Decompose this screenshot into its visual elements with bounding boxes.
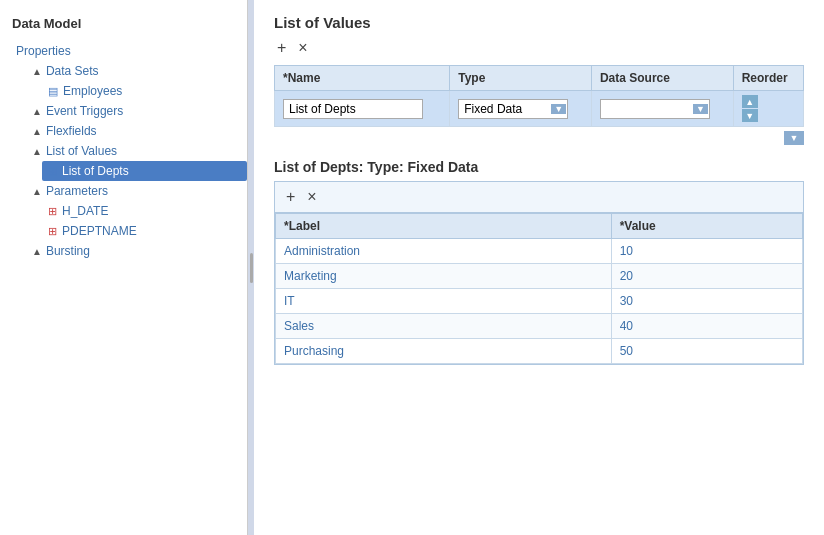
- sidebar-item-flexfields[interactable]: ▲ Flexfields: [26, 121, 247, 141]
- inner-toolbar: + ×: [275, 182, 803, 213]
- value-cell: 20: [611, 264, 802, 289]
- fixed-data-table: *Label *Value Administration10Marketing2…: [275, 213, 803, 364]
- scroll-area: ▼: [254, 127, 824, 149]
- col-type: Type: [450, 66, 592, 91]
- label-cell: IT: [276, 289, 612, 314]
- fixed-data-section-title: List of Depts: Type: Fixed Data: [254, 149, 824, 181]
- value-cell: 10: [611, 239, 802, 264]
- label-cell: Sales: [276, 314, 612, 339]
- sidebar-title: Data Model: [0, 10, 247, 41]
- table-row: Marketing20: [276, 264, 803, 289]
- sidebar-item-employees[interactable]: ▤ Employees: [42, 81, 247, 101]
- reorder-buttons: ▲ ▼: [742, 95, 795, 122]
- col-name: *Name: [275, 66, 450, 91]
- pdeptname-label: PDEPTNAME: [62, 224, 137, 238]
- reorder-up-button[interactable]: ▲: [742, 95, 758, 108]
- table-row: Sales40: [276, 314, 803, 339]
- col-value: *Value: [611, 214, 802, 239]
- value-cell: 30: [611, 289, 802, 314]
- label-cell: Purchasing: [276, 339, 612, 364]
- lov-type-cell: Fixed Data SQL Query HTTP Feed ▼: [450, 91, 592, 127]
- ds-select-wrapper: ▼: [600, 99, 710, 119]
- arrow-icon-params: ▲: [32, 186, 42, 197]
- label-cell: Administration: [276, 239, 612, 264]
- table-row: Fixed Data SQL Query HTTP Feed ▼ ▼: [275, 91, 804, 127]
- fixed-data-container: + × *Label *Value Administration10Market…: [274, 181, 804, 365]
- properties-label: Properties: [16, 44, 71, 58]
- arrow-icon-et: ▲: [32, 106, 42, 117]
- sidebar-item-list-of-depts[interactable]: ⊞ List of Depts: [42, 161, 247, 181]
- param-icon-hdate: ⊞: [48, 205, 57, 218]
- scroll-button[interactable]: ▼: [784, 131, 804, 145]
- lov-icon: ⊞: [48, 165, 57, 178]
- h-date-label: H_DATE: [62, 204, 108, 218]
- lov-datasource-cell: ▼: [591, 91, 733, 127]
- sidebar-item-h-date[interactable]: ⊞ H_DATE: [42, 201, 247, 221]
- sidebar-item-list-of-values[interactable]: ▲ List of Values: [26, 141, 247, 161]
- value-cell: 40: [611, 314, 802, 339]
- event-triggers-label: Event Triggers: [46, 104, 123, 118]
- arrow-icon-bursting: ▲: [32, 246, 42, 257]
- col-reorder: Reorder: [733, 66, 803, 91]
- value-cell: 50: [611, 339, 802, 364]
- bursting-label: Bursting: [46, 244, 90, 258]
- sidebar-item-parameters[interactable]: ▲ Parameters: [26, 181, 247, 201]
- flexfields-label: Flexfields: [46, 124, 97, 138]
- type-select[interactable]: Fixed Data SQL Query HTTP Feed: [458, 99, 568, 119]
- datasource-select[interactable]: [600, 99, 710, 119]
- remove-row-button[interactable]: ×: [304, 188, 319, 206]
- lov-name-cell: [275, 91, 450, 127]
- remove-lov-button[interactable]: ×: [295, 39, 310, 57]
- sidebar: Data Model Properties ▲ Data Sets ▤ Empl…: [0, 0, 248, 535]
- col-datasource: Data Source: [591, 66, 733, 91]
- parameters-label: Parameters: [46, 184, 108, 198]
- arrow-icon: ▲: [32, 66, 42, 77]
- data-sets-label: Data Sets: [46, 64, 99, 78]
- sidebar-item-data-sets[interactable]: ▲ Data Sets: [26, 61, 247, 81]
- main-content: List of Values + × *Name Type Data Sourc…: [254, 0, 824, 535]
- lov-reorder-cell: ▲ ▼: [733, 91, 803, 127]
- lov-name-input[interactable]: [283, 99, 423, 119]
- table-row: Administration10: [276, 239, 803, 264]
- lov-section-title: List of Values: [254, 0, 824, 39]
- list-of-depts-label: List of Depts: [62, 164, 129, 178]
- employees-label: Employees: [63, 84, 122, 98]
- db-icon: ▤: [48, 85, 58, 98]
- splitter-handle: [250, 253, 253, 283]
- lov-toolbar: + ×: [254, 39, 824, 65]
- sidebar-properties[interactable]: Properties: [10, 41, 247, 61]
- label-cell: Marketing: [276, 264, 612, 289]
- arrow-icon-lov: ▲: [32, 146, 42, 157]
- add-lov-button[interactable]: +: [274, 39, 289, 57]
- sidebar-item-event-triggers[interactable]: ▲ Event Triggers: [26, 101, 247, 121]
- lov-table: *Name Type Data Source Reorder Fixed Dat…: [274, 65, 804, 127]
- param-icon-pdept: ⊞: [48, 225, 57, 238]
- col-label: *Label: [276, 214, 612, 239]
- list-of-values-label: List of Values: [46, 144, 117, 158]
- table-row: IT30: [276, 289, 803, 314]
- table-row: Purchasing50: [276, 339, 803, 364]
- type-select-wrapper: Fixed Data SQL Query HTTP Feed ▼: [458, 99, 568, 119]
- sidebar-item-bursting[interactable]: ▲ Bursting: [26, 241, 247, 261]
- reorder-down-button[interactable]: ▼: [742, 109, 758, 122]
- add-row-button[interactable]: +: [283, 188, 298, 206]
- sidebar-item-pdeptname[interactable]: ⊞ PDEPTNAME: [42, 221, 247, 241]
- arrow-icon-ff: ▲: [32, 126, 42, 137]
